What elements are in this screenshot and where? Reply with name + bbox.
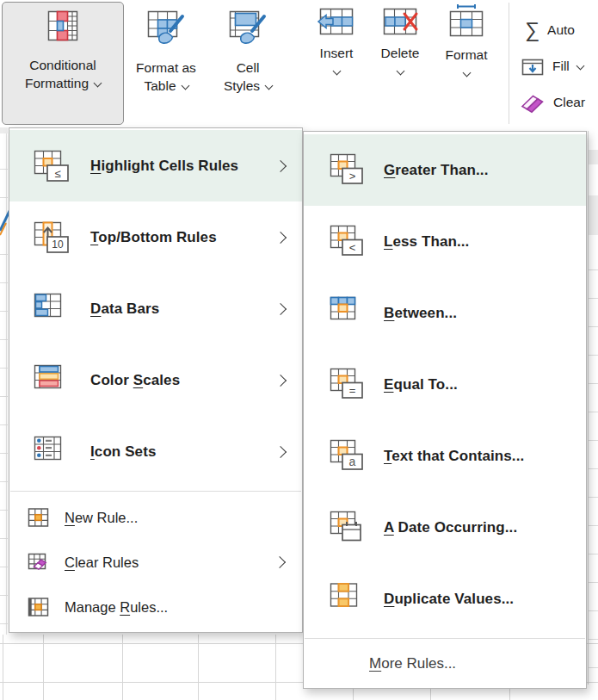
menu-item-label: New Rule... — [65, 510, 138, 526]
svg-text:10: 10 — [52, 238, 64, 251]
chevron-down-icon — [576, 61, 584, 70]
submenu-arrow-icon — [274, 231, 287, 243]
submenu-arrow-icon — [274, 445, 287, 457]
menu-item-icon-sets[interactable]: Icon Sets — [9, 416, 302, 487]
chevron-down-icon — [396, 67, 404, 76]
insert-cells-icon — [317, 7, 355, 36]
format-as-table-button[interactable]: Format as Table — [126, 2, 207, 123]
svg-text:a: a — [349, 455, 356, 468]
menu-item-label: Clear Rules — [65, 554, 139, 571]
menu-item-label: Manage Rules... — [65, 599, 168, 616]
equal-to-icon: = — [330, 368, 369, 402]
submenu-item-label: Text that Contains... — [384, 448, 524, 465]
menu-separator — [305, 638, 585, 639]
greater-than-icon: > — [330, 153, 369, 188]
autosum-label: Auto — [547, 22, 575, 38]
menu-item-manage-rules[interactable]: Manage Rules... — [9, 585, 302, 629]
chevron-down-icon — [181, 82, 189, 90]
submenu-item-label: Less Than... — [384, 233, 469, 251]
submenu-arrow-icon — [274, 374, 287, 386]
color-scales-icon — [34, 363, 71, 398]
chevron-down-icon — [94, 79, 102, 88]
submenu-item-a-date-occurring[interactable]: A Date Occurring... — [304, 492, 586, 563]
top-bottom-rules-icon: 10 — [34, 220, 71, 255]
clear-rules-icon — [28, 552, 50, 573]
menu-item-label: Highlight Cells Rules — [90, 158, 238, 175]
submenu-item-label: Greater Than... — [384, 162, 488, 179]
svg-text:≤: ≤ — [54, 166, 60, 179]
menu-item-new-rule[interactable]: New Rule... — [9, 495, 302, 540]
menu-item-top-bottom-rules[interactable]: 10 Top/Bottom Rules — [9, 201, 302, 273]
cell-styles-icon — [228, 8, 268, 46]
menu-item-label: Color Scales — [90, 372, 180, 389]
submenu-arrow-icon — [274, 302, 287, 314]
highlight-cells-rules-submenu: > Greater Than... < Less Than... — [303, 131, 587, 689]
insert-label: Insert — [320, 46, 354, 61]
conditional-formatting-label: Conditional Formatting — [25, 56, 101, 92]
submenu-item-more-rules[interactable]: More Rules... — [304, 642, 586, 685]
svg-text:=: = — [349, 383, 356, 396]
submenu-item-duplicate-values[interactable]: Duplicate Values... — [304, 563, 586, 635]
delete-cells-icon — [381, 7, 419, 36]
menu-item-label: Data Bars — [90, 300, 159, 318]
submenu-arrow-icon — [274, 159, 287, 171]
format-as-table-label: Format as Table — [136, 59, 196, 95]
cell-styles-label: Cell Styles — [224, 59, 272, 95]
less-than-icon: < — [330, 225, 369, 259]
chevron-down-icon — [462, 69, 471, 77]
format-as-table-icon — [146, 8, 186, 46]
eraser-icon — [520, 91, 546, 115]
submenu-item-text-that-contains[interactable]: a Text that Contains... — [304, 420, 586, 492]
sigma-icon: ∑ — [525, 19, 539, 41]
chevron-down-icon — [265, 82, 274, 90]
between-icon — [330, 296, 369, 331]
submenu-item-equal-to[interactable]: = Equal To... — [304, 349, 586, 420]
format-label: Format — [445, 47, 487, 63]
format-button[interactable]: Format — [435, 3, 498, 77]
conditional-formatting-button[interactable]: Conditional Formatting — [2, 2, 124, 125]
text-that-contains-icon: a — [330, 439, 369, 474]
clear-label: Clear — [553, 95, 585, 110]
menu-item-highlight-cells-rules[interactable]: ≤ Highlight Cells Rules — [9, 130, 302, 201]
menu-item-data-bars[interactable]: Data Bars — [9, 273, 302, 344]
conditional-formatting-menu: ≤ Highlight Cells Rules 10 Top/Bottom Ru… — [9, 127, 303, 633]
ribbon: Conditional Formatting Format as Table — [0, 0, 598, 127]
svg-text:>: > — [349, 169, 356, 182]
new-rule-icon — [28, 507, 50, 528]
format-cells-icon — [447, 3, 485, 38]
submenu-arrow-icon — [274, 556, 286, 568]
manage-rules-icon — [28, 597, 50, 617]
menu-item-color-scales[interactable]: Color Scales — [9, 344, 302, 416]
menu-item-label: Top/Bottom Rules — [90, 229, 217, 246]
duplicate-values-icon — [330, 582, 369, 616]
conditional-formatting-icon — [46, 9, 80, 43]
submenu-item-label: Duplicate Values... — [384, 591, 514, 608]
fill-down-icon — [521, 57, 545, 77]
a-date-occurring-icon — [330, 511, 369, 545]
svg-text:<: < — [349, 240, 356, 253]
submenu-item-label: Equal To... — [384, 376, 458, 393]
fill-label: Fill — [552, 59, 570, 74]
data-bars-icon — [34, 292, 71, 326]
submenu-item-between[interactable]: Between... — [304, 277, 586, 349]
submenu-item-less-than[interactable]: < Less Than... — [304, 206, 586, 277]
submenu-item-label: Between... — [384, 305, 457, 322]
highlight-cells-rules-icon: ≤ — [34, 149, 71, 183]
menu-item-label: Icon Sets — [90, 443, 156, 461]
clear-button[interactable]: Clear — [520, 90, 585, 115]
insert-button[interactable]: Insert — [307, 7, 366, 76]
submenu-item-greater-than[interactable]: > Greater Than... — [304, 134, 586, 206]
menu-item-clear-rules[interactable]: Clear Rules — [9, 540, 302, 585]
ribbon-group-divider — [509, 3, 509, 124]
delete-label: Delete — [381, 46, 420, 61]
icon-sets-icon — [34, 435, 71, 469]
menu-separator — [10, 491, 301, 492]
chevron-down-icon — [332, 67, 341, 76]
excel-window: Conditional Formatting Format as Table — [0, 0, 598, 700]
cell-styles-button[interactable]: Cell Styles — [208, 2, 287, 123]
submenu-item-label: A Date Occurring... — [384, 519, 517, 536]
fill-button[interactable]: Fill — [521, 54, 583, 78]
delete-button[interactable]: Delete — [369, 7, 431, 76]
autosum-button[interactable]: ∑ Auto — [525, 18, 575, 42]
submenu-item-label: More Rules... — [369, 655, 456, 672]
